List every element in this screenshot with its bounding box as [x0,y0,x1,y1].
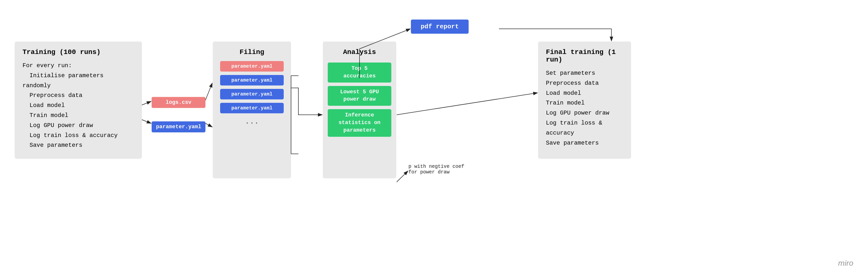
training-step-4: Train model [23,111,134,121]
training-step-2: Preprocess data [23,91,134,101]
analysis-box: Analysis Top 5accuracies Lowest 5 GPUpow… [323,41,396,178]
final-step-7: Save parameters [546,138,623,148]
final-training-content: Set parameters Preprocess data Load mode… [546,68,623,148]
training-step-7: Save parameters [23,140,134,150]
training-content: For every run: Initialise parameters ran… [23,61,134,150]
filing-param-card-2: parameter.yaml [220,89,284,99]
arrow-logs [142,101,151,105]
miro-logo: miro [838,259,853,268]
arrow-label-power-draw: p with negtive coeffor power draw [408,164,464,175]
final-step-6: Log train loss &accuracy [546,118,623,138]
analysis-card-2: Lowest 5 GPUpower draw [328,86,391,106]
training-step-3: Load model [23,101,134,111]
filing-param-card-3: parameter.yaml [220,103,284,113]
logs-csv-card: logs.csv [152,97,206,108]
analysis-title: Analysis [343,48,376,56]
final-step-4: Train model [546,98,623,108]
final-training-box: Final training (1run) Set parameters Pre… [538,41,631,159]
filing-title: Filing [240,48,265,56]
arrow-param-to-filing [206,123,212,127]
analysis-card-3: Inferencestatistics onparameters [328,109,391,137]
analysis-card-1: Top 5accuracies [328,63,391,82]
arrow-inference-label [397,171,408,182]
training-title: Training (100 runs) [23,48,134,56]
filing-logs-card: parameter.yaml [220,61,284,72]
final-step-2: Preprocess data [546,78,623,89]
param-yaml-card: parameter.yaml [152,122,206,132]
arrow-analysis-to-final [397,93,537,115]
final-step-5: Log GPU power draw [546,108,623,118]
pdf-report-button[interactable]: pdf report [411,20,469,34]
training-step-6: Log train loss & accuracy [23,131,134,141]
filing-param-card-1: parameter.yaml [220,75,284,85]
training-step-1: Initialise parameters randomly [23,71,134,91]
final-step-3: Load model [546,89,623,98]
final-training-title: Final training (1run) [546,48,623,64]
filing-dots: ... [245,117,259,126]
arrow-logs-to-filing [206,83,212,100]
arrow-filing-to-analysis [291,88,322,115]
training-box: Training (100 runs) For every run: Initi… [15,41,142,159]
final-step-1: Set parameters [546,68,623,78]
arrow-param [142,120,151,123]
training-intro: For every run: [23,61,134,71]
training-step-5: Log GPU power draw [23,121,134,131]
filing-box: Filing parameter.yaml parameter.yaml par… [213,41,291,178]
